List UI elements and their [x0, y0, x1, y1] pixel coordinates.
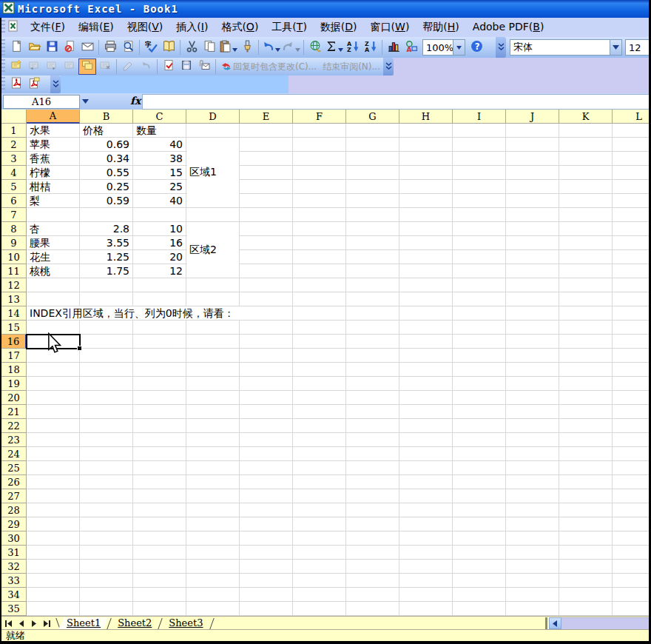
hide-ink-button[interactable]: [119, 58, 137, 75]
column-header-I[interactable]: I: [453, 110, 506, 124]
sheet-tab-sheet3[interactable]: Sheet3: [161, 617, 211, 629]
first-sheet-button[interactable]: [3, 618, 14, 629]
row-header-25[interactable]: 25: [1, 461, 27, 475]
cell-B9[interactable]: 3.55: [81, 236, 133, 249]
cell-C3[interactable]: 38: [134, 152, 186, 165]
row-header-26[interactable]: 26: [1, 475, 27, 489]
chart-wizard-button[interactable]: [385, 38, 402, 56]
menu-item-view[interactable]: 视图(V): [121, 19, 170, 36]
previous-comment-button[interactable]: [25, 58, 43, 75]
row-header-6[interactable]: 6: [1, 194, 27, 208]
next-comment-button[interactable]: [43, 58, 61, 75]
cell-B6[interactable]: 0.59: [81, 194, 133, 207]
row-header-2[interactable]: 2: [1, 138, 27, 152]
end-review-button[interactable]: 结束审阅(N)...: [323, 61, 380, 73]
autosum-button[interactable]: [324, 38, 344, 56]
column-header-J[interactable]: J: [506, 110, 559, 124]
undo-button[interactable]: [261, 38, 281, 56]
row-header-33[interactable]: 33: [1, 574, 27, 588]
cell-C2[interactable]: 40: [134, 138, 186, 151]
cell-A14[interactable]: INDEX引用区域，当行、列为0时候，请看：: [27, 306, 240, 320]
row-header-3[interactable]: 3: [1, 152, 27, 166]
cell-B10[interactable]: 1.25: [81, 250, 133, 264]
selected-cell-A16[interactable]: [26, 334, 81, 349]
mail-attachment-button[interactable]: [195, 58, 213, 75]
cell-A5[interactable]: 柑桔: [27, 180, 80, 193]
cell-A11[interactable]: 核桃: [27, 264, 80, 278]
merged-cell-D8-D11[interactable]: 区域2: [187, 222, 239, 278]
row-header-7[interactable]: 7: [1, 208, 27, 222]
reply-with-changes-button[interactable]: 回复时包含更改(C)...: [221, 61, 317, 73]
menu-item-adobe-pdf[interactable]: Adobe PDF(B): [466, 19, 551, 36]
cell-A8[interactable]: 杏: [27, 222, 80, 235]
cell-A6[interactable]: 梨: [27, 194, 80, 207]
cell-A4[interactable]: 柠檬: [27, 166, 80, 179]
previous-sheet-button[interactable]: [16, 618, 27, 629]
create-version-button[interactable]: [178, 58, 195, 75]
format-painter-button[interactable]: [238, 38, 256, 56]
show-comment-button[interactable]: [61, 58, 78, 75]
delete-ink-button[interactable]: [137, 58, 155, 75]
toolbar-options-icon[interactable]: [383, 58, 394, 76]
delete-comment-button[interactable]: [96, 58, 114, 75]
redo-button[interactable]: [281, 38, 301, 56]
reviewing-toolbar-grip[interactable]: [1, 59, 5, 73]
cell-C1[interactable]: 数量: [134, 124, 186, 137]
cell-C9[interactable]: 16: [134, 236, 186, 249]
toolbar-options-icon[interactable]: [496, 37, 506, 58]
last-sheet-button[interactable]: [41, 618, 52, 629]
row-header-35[interactable]: 35: [1, 602, 27, 616]
cell-A3[interactable]: 香蕉: [27, 152, 80, 165]
name-box[interactable]: A16: [3, 95, 80, 109]
row-header-5[interactable]: 5: [1, 180, 27, 194]
print-button[interactable]: [101, 38, 119, 56]
row-header-18[interactable]: 18: [1, 363, 27, 377]
column-header-E[interactable]: E: [240, 110, 293, 124]
standard-toolbar-grip[interactable]: [1, 39, 5, 56]
cell-C8[interactable]: 10: [134, 222, 186, 235]
cell-B5[interactable]: 0.25: [81, 180, 133, 193]
cell-A9[interactable]: 腰果: [27, 236, 80, 249]
convert-to-pdf-button[interactable]: [7, 76, 25, 93]
row-header-20[interactable]: 20: [1, 391, 27, 405]
select-all-corner[interactable]: [1, 110, 27, 124]
print-preview-button[interactable]: [119, 38, 137, 56]
new-comment-button[interactable]: [7, 58, 25, 75]
menu-item-format[interactable]: 格式(O): [215, 19, 265, 36]
column-header-D[interactable]: D: [186, 110, 240, 124]
row-header-24[interactable]: 24: [1, 447, 27, 461]
research-button[interactable]: [160, 38, 178, 56]
column-header-C[interactable]: C: [133, 110, 186, 124]
permission-button[interactable]: [61, 38, 78, 56]
column-header-F[interactable]: F: [293, 110, 346, 124]
menu-item-window[interactable]: 窗口(W): [364, 19, 416, 36]
cell-C11[interactable]: 12: [134, 264, 186, 278]
menu-item-edit[interactable]: 编辑(E): [72, 19, 121, 36]
row-header-1[interactable]: 1: [1, 124, 27, 138]
pdf-toolbar-grip[interactable]: [1, 77, 5, 91]
menu-item-insert[interactable]: 插入(I): [169, 19, 215, 36]
spelling-button[interactable]: 字: [142, 38, 160, 56]
row-header-27[interactable]: 27: [1, 489, 27, 503]
row-header-30[interactable]: 30: [1, 531, 27, 546]
row-header-4[interactable]: 4: [1, 166, 27, 180]
row-header-10[interactable]: 10: [1, 250, 27, 264]
tab-split-handle[interactable]: [545, 617, 547, 629]
dropdown-arrow-icon[interactable]: [275, 41, 280, 55]
update-file-button[interactable]: [160, 58, 178, 75]
row-header-11[interactable]: 11: [1, 264, 27, 278]
cell-B1[interactable]: 价格: [81, 124, 133, 137]
cut-button[interactable]: [183, 38, 200, 56]
name-box-dropdown-icon[interactable]: [80, 95, 91, 107]
row-header-23[interactable]: 23: [1, 433, 27, 447]
email-button[interactable]: [78, 38, 96, 56]
row-header-8[interactable]: 8: [1, 222, 27, 236]
cell-B3[interactable]: 0.34: [81, 152, 133, 165]
cell-A1[interactable]: 水果: [27, 124, 80, 137]
formula-input[interactable]: [142, 94, 650, 110]
show-all-comments-button[interactable]: [78, 58, 96, 75]
dropdown-arrow-icon[interactable]: [295, 41, 300, 55]
dropdown-arrow-icon[interactable]: [232, 41, 237, 55]
cell-B11[interactable]: 1.75: [81, 264, 133, 278]
column-header-H[interactable]: H: [399, 110, 453, 124]
